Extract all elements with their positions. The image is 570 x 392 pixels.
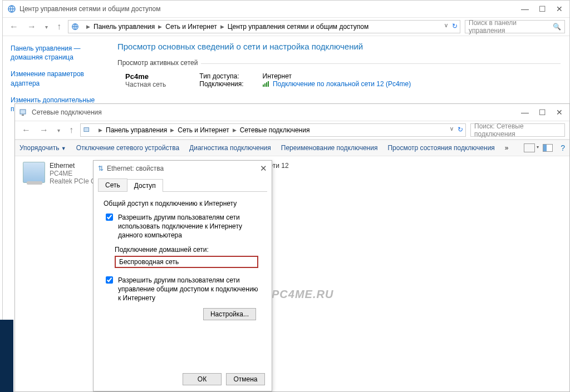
breadcrumb-icon xyxy=(83,126,92,135)
breadcrumb-seg-1[interactable]: Сеть и Интернет xyxy=(178,126,229,134)
disable-device-button[interactable]: Отключение сетевого устройства xyxy=(76,144,179,152)
allow-sharing-checkbox[interactable] xyxy=(106,214,113,221)
maximize-button[interactable]: ☐ xyxy=(539,108,546,117)
close-button[interactable]: ✕ xyxy=(556,108,563,117)
preview-pane-button[interactable] xyxy=(543,144,553,152)
search-icon: 🔍 xyxy=(553,23,561,31)
nav-bar: ← → ▾ ↑ ▶ Панель управления ▶ Сеть и Инт… xyxy=(3,17,569,36)
access-type-label: Тип доступа: xyxy=(199,72,243,80)
history-dropdown[interactable]: ▾ xyxy=(55,126,62,135)
svg-rect-2 xyxy=(20,110,26,114)
status-button[interactable]: Просмотр состояния подключения xyxy=(387,144,494,152)
sharing-tab-panel: Общий доступ к подключению к Интернету Р… xyxy=(94,192,272,328)
history-dropdown[interactable]: ▾ xyxy=(43,23,50,31)
chevron-right-icon: ▶ xyxy=(158,24,162,29)
signal-icon xyxy=(263,81,269,88)
chevron-right-icon: ▶ xyxy=(170,127,174,133)
refresh-button[interactable]: ↻ xyxy=(458,126,463,133)
breadcrumb-seg-1[interactable]: Сеть и Интернет xyxy=(165,23,217,31)
chevron-right-icon: ▶ xyxy=(220,24,224,29)
organize-menu[interactable]: Упорядочить ▼ xyxy=(19,144,66,152)
minimize-button[interactable]: — xyxy=(521,4,529,13)
network-connections-icon xyxy=(19,108,28,117)
home-network-combo[interactable]: Беспроводная сеть xyxy=(115,256,258,268)
forward-button[interactable]: → xyxy=(37,124,51,136)
chevron-right-icon: ▶ xyxy=(233,127,237,133)
maximize-button[interactable]: ☐ xyxy=(539,4,546,13)
inner-search-input[interactable]: Поиск: Сетевые подключения xyxy=(470,123,565,137)
breadcrumb-icon xyxy=(71,22,80,31)
view-options-button[interactable] xyxy=(524,143,535,152)
network-name: Pc4me xyxy=(125,72,166,81)
forward-button[interactable]: → xyxy=(25,21,38,33)
inner-window-controls: — ☐ ✕ xyxy=(521,108,565,117)
ethernet-icon: ⇅ xyxy=(98,165,104,172)
settings-button[interactable]: Настройка... xyxy=(203,308,256,320)
inner-nav-bar: ← → ▾ ↑ ▶ Панель управления ▶ Сеть и Инт… xyxy=(15,121,569,140)
minimize-button[interactable]: — xyxy=(521,108,529,117)
connections-label: Подключения: xyxy=(199,80,243,88)
cancel-button[interactable]: Отмена xyxy=(226,373,265,385)
access-type-value: Интернет xyxy=(263,72,411,80)
breadcrumb-bar[interactable]: ▶ Панель управления ▶ Сеть и Интернет ▶ … xyxy=(68,20,460,33)
home-network-label: Подключение домашней сети: xyxy=(115,246,262,254)
breadcrumb-seg-2[interactable]: Сетевые подключения xyxy=(240,126,310,134)
up-button[interactable]: ↑ xyxy=(67,124,76,136)
ethernet-properties-dialog: ⇅ Ethernet: свойства ✕ Сеть Доступ Общий… xyxy=(93,160,272,391)
group-label: Просмотр активных сетей xyxy=(117,59,561,67)
breadcrumb-seg-0[interactable]: Панель управления xyxy=(94,23,155,31)
chevron-down-icon: ▼ xyxy=(61,146,66,151)
dialog-title: Ethernet: свойства xyxy=(107,165,164,172)
window-controls: — ☐ ✕ xyxy=(521,4,565,13)
inner-window-title: Сетевые подключения xyxy=(32,108,521,116)
allow-control-label: Разрешить другим пользователям сети упра… xyxy=(118,276,262,303)
titlebar: Центр управления сетями и общим доступом… xyxy=(3,1,569,17)
side-link-adapter[interactable]: Изменение параметров адаптера xyxy=(11,70,101,87)
active-network-row: Pc4me Частная сеть Тип доступа: Подключе… xyxy=(125,72,561,88)
network-type: Частная сеть xyxy=(125,81,166,88)
allow-sharing-label: Разрешить другим пользователям сети испо… xyxy=(118,213,262,240)
inner-breadcrumb-bar[interactable]: ▶ Панель управления ▶ Сеть и Интернет ▶ … xyxy=(80,123,466,137)
allow-control-checkbox[interactable] xyxy=(106,276,113,284)
chevron-right-icon: ▶ xyxy=(86,24,90,29)
breadcrumb-seg-2[interactable]: Центр управления сетями и общим доступом xyxy=(228,23,369,31)
dialog-titlebar: ⇅ Ethernet: свойства ✕ xyxy=(94,161,272,176)
network-center-icon xyxy=(7,4,16,13)
tab-network[interactable]: Сеть xyxy=(98,178,127,191)
window-title: Центр управления сетями и общим доступом xyxy=(19,5,521,13)
command-bar: Упорядочить ▼ Отключение сетевого устрой… xyxy=(15,140,569,156)
back-button[interactable]: ← xyxy=(19,124,33,136)
section-title: Общий доступ к подключению к Интернету xyxy=(104,200,262,207)
search-placeholder: Поиск в панели управления xyxy=(469,19,553,34)
search-input[interactable]: Поиск в панели управления 🔍 xyxy=(465,20,565,33)
svg-rect-4 xyxy=(84,128,89,132)
path-dropdown[interactable]: v xyxy=(445,22,448,28)
page-heading: Просмотр основных сведений о сети и наст… xyxy=(117,42,561,51)
dialog-close-button[interactable]: ✕ xyxy=(260,163,267,173)
up-button[interactable]: ↑ xyxy=(55,21,63,33)
path-dropdown[interactable]: v xyxy=(450,126,453,132)
help-button[interactable]: ? xyxy=(561,143,565,152)
more-commands-button[interactable]: » xyxy=(505,144,509,152)
close-button[interactable]: ✕ xyxy=(556,4,563,13)
refresh-button[interactable]: ↻ xyxy=(452,22,458,30)
diagnose-button[interactable]: Диагностика подключения xyxy=(189,144,271,152)
breadcrumb-seg-0[interactable]: Панель управления xyxy=(106,126,167,134)
tab-access[interactable]: Доступ xyxy=(127,179,163,192)
inner-titlebar: Сетевые подключения — ☐ ✕ xyxy=(15,104,569,121)
tab-strip: Сеть Доступ xyxy=(98,178,267,192)
taskbar-fragment xyxy=(0,320,13,392)
rename-button[interactable]: Переименование подключения xyxy=(281,144,378,152)
search-placeholder: Поиск: Сетевые подключения xyxy=(474,122,561,138)
connection-link[interactable]: Подключение по локальной сети 12 (Pc4me) xyxy=(273,80,411,88)
dialog-footer: ОК Отмена xyxy=(94,372,272,391)
chevron-right-icon: ▶ xyxy=(99,127,102,133)
side-link-home[interactable]: Панель управления — домашняя страница xyxy=(11,44,101,62)
ethernet-adapter-icon xyxy=(23,162,45,183)
watermark: PC4ME.RU xyxy=(272,288,333,301)
combo-value: Беспроводная сеть xyxy=(119,258,179,266)
svg-rect-3 xyxy=(22,115,24,116)
back-button[interactable]: ← xyxy=(7,21,21,33)
ok-button[interactable]: ОК xyxy=(183,373,222,385)
